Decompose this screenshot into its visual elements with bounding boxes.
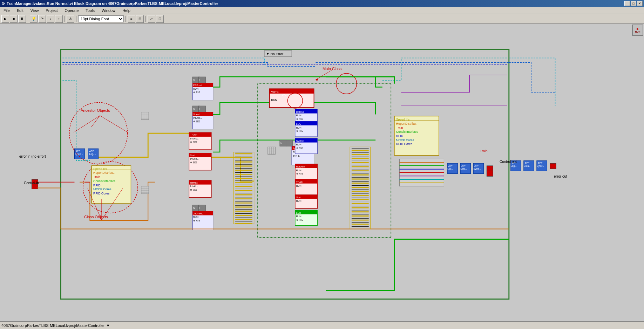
svg-text:RUN: RUN: [296, 143, 301, 146]
svg-text:⊕ R-E: ⊕ R-E: [296, 172, 303, 175]
svg-text:RUN: RUN: [296, 215, 301, 218]
svg-text:RUN: RUN: [271, 98, 277, 102]
title-bar: ⚙ TrainManager.lvclass:Run Normal.vi Blo…: [0, 0, 644, 7]
status-path: 4067GraincorpParkesTLBS-MELocal.lvproj/M…: [1, 323, 105, 328]
svg-text:⊕ R-E: ⊕ R-E: [193, 91, 200, 94]
svg-text:⊕ ⊟⊡: ⊕ ⊟⊡: [193, 120, 200, 123]
menu-tools[interactable]: Tools: [83, 8, 97, 13]
svg-text:InitAllo...: InitAllo...: [193, 117, 202, 119]
svg-text:InitAllo...: InitAllo...: [190, 158, 199, 160]
toolbar-sep-1: [28, 16, 28, 22]
svg-text:⊕ ⊟⊡: ⊕ ⊟⊡: [190, 161, 197, 164]
menu-view[interactable]: View: [28, 8, 41, 13]
svg-text:RUN: RUN: [296, 185, 301, 187]
menu-operate[interactable]: Operate: [63, 8, 81, 13]
run-arrow-button[interactable]: ▶: [1, 15, 9, 23]
highlight-button[interactable]: 💡: [30, 15, 38, 23]
svg-text:APP: APP: [512, 162, 517, 164]
toolbar: ▶ ■ ⏸ 💡 ↷ ↓ ↑ ⚠ 13pt Dialog Font ≡ ⊞ ⤢ ⊡: [0, 14, 644, 24]
svg-text:RUN: RUN: [193, 88, 198, 90]
svg-text:APP: APP: [75, 150, 80, 152]
svg-text:Start: Start: [296, 196, 301, 199]
menu-bar: File Edit View Project Operate Tools Win…: [0, 7, 644, 14]
svg-rect-251: [550, 163, 556, 169]
minimize-button[interactable]: _: [624, 1, 630, 6]
close-button[interactable]: ✕: [637, 1, 643, 6]
main-area: ▶ RUN ▼ No Error: [0, 24, 644, 321]
toolbar-sep-5: [145, 16, 146, 22]
menu-window[interactable]: Window: [100, 8, 117, 13]
stop-button[interactable]: ■: [10, 15, 18, 23]
svg-text:Start: Start: [190, 154, 195, 157]
svg-text:⊕ R-E: ⊕ R-E: [296, 219, 303, 221]
svg-text:Speed II's: Speed II's: [93, 167, 107, 171]
svg-text:Train: Train: [93, 175, 100, 179]
step-out-button[interactable]: ↑: [55, 15, 63, 23]
svg-text:RFID Cores: RFID Cores: [396, 142, 413, 146]
distribute-button[interactable]: ⊞: [136, 15, 144, 23]
svg-text:⊕ R-E: ⊕ R-E: [293, 155, 300, 157]
svg-text:APP: APP: [525, 162, 530, 164]
svg-text:Syste..: Syste..: [537, 165, 544, 167]
warn-button[interactable]: ⚠: [67, 15, 74, 23]
svg-text:MCCP Cores: MCCP Cores: [93, 187, 111, 191]
svg-text:⊕ R-E: ⊕ R-E: [296, 118, 303, 120]
svg-text:I: I: [199, 107, 200, 110]
svg-text:LEO: LEO: [296, 212, 301, 214]
align-button[interactable]: ≡: [128, 15, 135, 23]
svg-text:⊕ ⊟⊡: ⊕ ⊟⊡: [190, 189, 197, 191]
title-bar-buttons: _ □ ✕: [624, 1, 643, 6]
svg-text:Data..: Data..: [460, 167, 467, 170]
svg-text:⊕ R-E: ⊕ R-E: [296, 147, 303, 149]
svg-text:RFID Cores: RFID Cores: [93, 192, 110, 195]
svg-text:VOTE: VOTE: [271, 90, 279, 94]
svg-text:Syste..: Syste..: [473, 167, 481, 170]
svg-text:Log..: Log..: [447, 167, 453, 170]
svg-text:RFID: RFID: [396, 134, 403, 138]
svg-text:I: I: [286, 142, 287, 145]
svg-text:ConsistInterface: ConsistInterface: [93, 179, 115, 183]
svg-text:System: System: [296, 140, 304, 143]
svg-text:LOG: LOG: [296, 123, 301, 125]
menu-project[interactable]: Project: [43, 8, 60, 13]
svg-text:PPFront: PPFront: [193, 84, 202, 87]
svg-text:APP: APP: [448, 165, 453, 167]
menu-edit[interactable]: Edit: [15, 8, 26, 13]
step-over-button[interactable]: ↷: [38, 15, 46, 23]
status-triangle: ▼: [106, 323, 110, 328]
svg-text:▼ No Error: ▼ No Error: [266, 52, 284, 56]
menu-help[interactable]: Help: [120, 8, 133, 13]
pause-button[interactable]: ⏸: [18, 15, 26, 23]
svg-text:Train: Train: [396, 126, 403, 130]
svg-text:Log....: Log....: [89, 153, 96, 156]
block-diagram: ▼ No Error APP S: [0, 24, 644, 321]
svg-text:⊕APP: ⊕APP: [282, 93, 290, 96]
svg-text:RUN: RUN: [296, 126, 301, 129]
svg-text:APP: APP: [538, 162, 543, 164]
svg-text:RFID: RFID: [93, 184, 100, 187]
svg-text:N: N: [280, 142, 283, 145]
window-icon: ⚙: [1, 1, 5, 6]
maximize-button[interactable]: □: [631, 1, 636, 6]
font-dropdown[interactable]: 13pt Dialog Font: [78, 15, 124, 22]
svg-text:⊕ ⊟⊡: ⊕ ⊟⊡: [190, 141, 197, 143]
svg-text:N: N: [193, 78, 195, 81]
svg-text:APP: APP: [461, 165, 466, 167]
svg-text:APP: APP: [474, 165, 479, 167]
resize-button[interactable]: ⤢: [148, 15, 155, 23]
svg-text:Data..: Data..: [524, 165, 530, 167]
svg-rect-155: [487, 171, 493, 177]
svg-text:TRAIN: TRAIN: [296, 181, 304, 183]
svg-text:I: I: [199, 206, 200, 210]
svg-text:MCCP Cores: MCCP Cores: [396, 138, 414, 142]
menu-file[interactable]: File: [1, 8, 12, 13]
reorder-button[interactable]: ⊡: [156, 15, 164, 23]
svg-text:I: I: [199, 78, 200, 81]
svg-text:ReportDistribu..: ReportDistribu..: [396, 122, 418, 125]
svg-text:Log...: Log...: [511, 165, 517, 167]
svg-text:RUN: RUN: [296, 200, 301, 202]
svg-text:N: N: [193, 206, 195, 210]
svg-text:N: N: [193, 107, 195, 110]
svg-text:Speed...: Speed...: [193, 113, 202, 116]
step-into-button[interactable]: ↓: [47, 15, 54, 23]
